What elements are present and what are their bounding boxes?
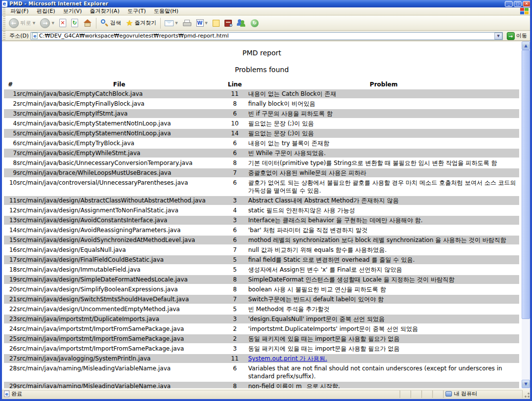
report-table-body: 1src/main/java/basic/EmptyCatchBlock.jav… xyxy=(4,89,519,388)
stop-button[interactable]: ✕ xyxy=(57,16,69,30)
refresh-icon: ↻ xyxy=(71,19,78,27)
discuss-note-icon xyxy=(213,20,220,27)
line-cell: 6 xyxy=(222,139,248,148)
problem-cell: non-field 이름이 m_ 으로 시작함. xyxy=(248,382,519,388)
file-cell: src/main/java/basic/EmptyIfStmt.java xyxy=(17,109,222,118)
toolbar-separator xyxy=(160,18,161,29)
line-cell: 8 xyxy=(222,275,248,284)
menu-favorites[interactable]: 즐겨찾기(A) xyxy=(86,7,124,15)
row-number-cell: 16 xyxy=(4,245,17,254)
row-number-cell: 21 xyxy=(4,295,17,304)
file-cell: src/main/java/importstmt/ImportFromSameP… xyxy=(17,334,222,343)
row-number-cell: 14 xyxy=(4,226,17,235)
line-cell: 10 xyxy=(222,119,248,128)
table-row: 7src/main/java/basic/EmptyWhileStmt.java… xyxy=(4,149,519,158)
scroll-down-button[interactable]: ▼ xyxy=(522,380,530,388)
menu-bar: 파일(F) 편집(E) 보기(V) 즐겨찾기(A) 도구(T) 도움말(H) xyxy=(2,7,530,15)
line-cell: 3 xyxy=(222,344,248,353)
line-cell: 2 xyxy=(222,324,248,333)
page-subtitle: Problems found xyxy=(2,66,522,74)
table-row: 2src/main/java/basic/EmptyFinallyBlock.j… xyxy=(4,99,519,108)
file-cell: src/main/java/basic/EmptyStatementNotInL… xyxy=(17,119,222,128)
row-number-cell: 28 xyxy=(4,364,17,381)
menu-grip[interactable] xyxy=(3,7,5,15)
refresh-button[interactable]: ↻ xyxy=(69,16,81,30)
resize-grip[interactable] xyxy=(523,390,530,398)
problem-cell: 괄호가 없어도 되는 상황에서 불필요한 괄호를 사용할 경우 마치 메소드 호… xyxy=(248,178,519,195)
forward-icon: → xyxy=(40,18,50,28)
row-number-cell: 12 xyxy=(4,206,17,215)
search-label: 검색 xyxy=(110,19,121,27)
problem-link[interactable]: System.out.print 가 사용됨. xyxy=(248,355,327,362)
addressbar-grip[interactable] xyxy=(3,31,5,40)
row-number-cell: 22 xyxy=(4,305,17,314)
row-number-cell: 3 xyxy=(4,109,17,118)
table-row: 11src/main/java/design/AbstractClassWith… xyxy=(4,196,519,205)
go-button[interactable]: → 이동 xyxy=(505,32,529,40)
line-cell: 14 xyxy=(222,129,248,138)
menu-tools[interactable]: 도구(T) xyxy=(124,7,150,15)
stop-icon: ✕ xyxy=(59,19,66,27)
table-row: 6src/main/java/basic/EmptyTryBlock.java6… xyxy=(4,139,519,148)
address-label: 주소(D) xyxy=(8,32,29,40)
row-number-cell: 7 xyxy=(4,149,17,158)
line-cell: 3 xyxy=(222,216,248,225)
column-header-file: File xyxy=(17,80,222,88)
history-icon: ↻ xyxy=(251,19,259,27)
scrollbar-thumb[interactable] xyxy=(522,50,530,319)
back-button[interactable]: ← 뒤로 ▼ xyxy=(6,16,38,30)
messenger-button[interactable] xyxy=(234,16,248,30)
problem-cell: static 필드의 안전하지않은 사용 가능성 xyxy=(248,206,519,215)
row-number-cell: 29 xyxy=(4,382,17,388)
search-button[interactable]: 검색 xyxy=(98,16,124,30)
table-row: 26src/main/java/importstmt/ImportFromSam… xyxy=(4,344,519,353)
row-number-cell: 11 xyxy=(4,196,17,205)
close-button[interactable]: ✕ xyxy=(523,1,531,7)
scroll-up-button[interactable]: ▲ xyxy=(522,41,530,50)
favorites-button[interactable]: ★ 즐겨찾기 xyxy=(124,16,159,30)
table-row: 21src/main/java/design/SwitchStmtsShould… xyxy=(4,295,519,304)
favorites-star-icon: ★ xyxy=(126,19,133,27)
forward-button[interactable]: → ▼ xyxy=(38,16,56,30)
status-main-pane: e 완료 xyxy=(2,390,400,398)
edit-word-icon: W xyxy=(196,19,204,27)
minimize-button[interactable]: _ xyxy=(505,1,513,7)
research-button[interactable] xyxy=(222,16,234,30)
file-cell: src/main/java/design/AbstractClassWithou… xyxy=(17,196,222,205)
maximize-button[interactable]: □ xyxy=(514,1,522,7)
line-cell: 7 xyxy=(222,168,248,177)
problem-cell: Switch구문에는 반드시 default label이 있어야 함 xyxy=(248,295,519,304)
problem-cell: System.out.print 가 사용됨. xyxy=(248,354,519,363)
row-number-cell: 10 xyxy=(4,178,17,195)
mail-button[interactable]: ▼ xyxy=(162,16,180,30)
vertical-scrollbar[interactable]: ▲ ▼ xyxy=(522,41,530,388)
table-row: 28src/main/java/naming/MisleadingVariabl… xyxy=(4,364,519,381)
history-button[interactable]: ↻ xyxy=(248,16,261,30)
mail-dropdown-icon: ▼ xyxy=(175,21,177,25)
table-row: 16src/main/java/design/EqualsNull.java7n… xyxy=(4,245,519,254)
file-cell: src/main/java/design/AvoidConstantsInter… xyxy=(17,216,222,225)
row-number-cell: 9 xyxy=(4,168,17,177)
my-computer-icon xyxy=(445,391,452,397)
menu-help[interactable]: 도움말(H) xyxy=(150,7,182,15)
status-text: 완료 xyxy=(11,390,22,398)
problem-cell: 빈 While 구문이 사용되었음. xyxy=(248,149,519,158)
menu-view[interactable]: 보기(V) xyxy=(59,7,86,15)
edit-button[interactable]: W ▼ xyxy=(194,16,210,30)
problem-cell: boolean 사용 시 불필요한 비교 연산을 피하도록 함 xyxy=(248,285,519,294)
home-button[interactable] xyxy=(81,16,94,30)
table-row: 24src/main/java/importstmt/ImportFromSam… xyxy=(4,324,519,333)
menu-edit[interactable]: 편집(E) xyxy=(33,7,59,15)
toolbar-grip[interactable] xyxy=(3,16,5,30)
search-icon xyxy=(100,19,109,27)
print-button[interactable] xyxy=(180,16,194,30)
address-input[interactable]: e C:₩DEV_G4CA₩workspace₩egovruletest₩rep… xyxy=(31,32,503,40)
row-number-cell: 4 xyxy=(4,119,17,128)
line-cell: 6 xyxy=(222,178,248,195)
address-dropdown-button[interactable]: ▼ xyxy=(494,33,502,40)
back-icon: ← xyxy=(9,18,19,28)
discuss-button[interactable] xyxy=(210,16,222,30)
table-row: 15src/main/java/design/AvoidSynchronized… xyxy=(4,236,519,244)
menu-file[interactable]: 파일(F) xyxy=(6,7,33,15)
table-row: 4src/main/java/basic/EmptyStatementNotIn… xyxy=(4,119,519,128)
